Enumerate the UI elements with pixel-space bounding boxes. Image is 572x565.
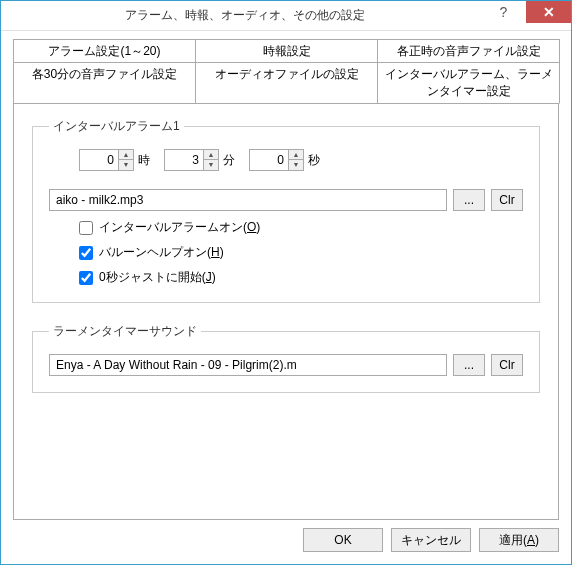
hours-up-icon[interactable]: ▲ <box>119 150 133 160</box>
start-0sec-checkbox[interactable] <box>79 271 93 285</box>
ramen-legend: ラーメンタイマーサウンド <box>49 323 201 340</box>
interval-fieldset: インターバルアラーム1 ▲ ▼ 時 ▲ ▼ <box>32 118 540 303</box>
tab-panel: インターバルアラーム1 ▲ ▼ 時 ▲ ▼ <box>13 103 559 520</box>
ramen-fieldset: ラーメンタイマーサウンド ... Clr <box>32 323 540 393</box>
tab-alarm-settings[interactable]: アラーム設定(1～20) <box>13 39 196 63</box>
interval-legend: インターバルアラーム1 <box>49 118 184 135</box>
titlebar-title: アラーム、時報、オーディオ、その他の設定 <box>9 7 481 24</box>
start-0sec-label[interactable]: 0秒ジャストに開始(J) <box>99 269 216 286</box>
hours-down-icon[interactable]: ▼ <box>119 160 133 170</box>
seconds-down-icon[interactable]: ▼ <box>289 160 303 170</box>
interval-file-input[interactable] <box>49 189 447 211</box>
interval-clr-button[interactable]: Clr <box>491 189 523 211</box>
minutes-spinner[interactable]: ▲ ▼ <box>164 149 219 171</box>
apply-button[interactable]: 適用(A) <box>479 528 559 552</box>
tab-audio-file[interactable]: オーディオファイルの設定 <box>195 62 378 104</box>
interval-alarm-on-checkbox[interactable] <box>79 221 93 235</box>
titlebar: アラーム、時報、オーディオ、その他の設定 ? ✕ <box>1 1 571 31</box>
hours-spinner[interactable]: ▲ ▼ <box>79 149 134 171</box>
seconds-label: 秒 <box>308 152 320 169</box>
balloon-help-label[interactable]: バルーンヘルプオン(H) <box>99 244 224 261</box>
minutes-up-icon[interactable]: ▲ <box>204 150 218 160</box>
check-row-alarm-on: インターバルアラームオン(O) <box>79 219 523 236</box>
tab-30min-file[interactable]: 各30分の音声ファイル設定 <box>13 62 196 104</box>
tabs-row-1: アラーム設定(1～20) 時報設定 各正時の音声ファイル設定 <box>13 39 559 63</box>
check-row-balloon: バルーンヘルプオン(H) <box>79 244 523 261</box>
dialog-window: アラーム、時報、オーディオ、その他の設定 ? ✕ アラーム設定(1～20) 時報… <box>0 0 572 565</box>
tabs-row-2: 各30分の音声ファイル設定 オーディオファイルの設定 インターバルアラーム、ラー… <box>13 62 559 104</box>
ramen-browse-button[interactable]: ... <box>453 354 485 376</box>
interval-file-row: ... Clr <box>49 189 523 211</box>
dialog-buttons: OK キャンセル 適用(A) <box>13 528 559 552</box>
ok-button[interactable]: OK <box>303 528 383 552</box>
time-row: ▲ ▼ 時 ▲ ▼ 分 <box>79 149 523 171</box>
ramen-clr-button[interactable]: Clr <box>491 354 523 376</box>
hours-label: 時 <box>138 152 150 169</box>
interval-browse-button[interactable]: ... <box>453 189 485 211</box>
ramen-file-row: ... Clr <box>49 354 523 376</box>
minutes-down-icon[interactable]: ▼ <box>204 160 218 170</box>
tab-jihou-settings[interactable]: 時報設定 <box>195 39 378 63</box>
balloon-help-checkbox[interactable] <box>79 246 93 260</box>
tab-interval-ramen[interactable]: インターバルアラーム、ラーメンタイマー設定 <box>377 62 560 104</box>
interval-alarm-on-label[interactable]: インターバルアラームオン(O) <box>99 219 260 236</box>
tab-seiji-file[interactable]: 各正時の音声ファイル設定 <box>377 39 560 63</box>
content-area: アラーム設定(1～20) 時報設定 各正時の音声ファイル設定 各30分の音声ファ… <box>1 31 571 564</box>
check-row-0sec: 0秒ジャストに開始(J) <box>79 269 523 286</box>
minutes-input[interactable] <box>165 150 203 170</box>
seconds-up-icon[interactable]: ▲ <box>289 150 303 160</box>
help-button[interactable]: ? <box>481 1 526 23</box>
close-button[interactable]: ✕ <box>526 1 571 23</box>
cancel-button[interactable]: キャンセル <box>391 528 471 552</box>
hours-input[interactable] <box>80 150 118 170</box>
seconds-input[interactable] <box>250 150 288 170</box>
ramen-file-input[interactable] <box>49 354 447 376</box>
minutes-label: 分 <box>223 152 235 169</box>
seconds-spinner[interactable]: ▲ ▼ <box>249 149 304 171</box>
